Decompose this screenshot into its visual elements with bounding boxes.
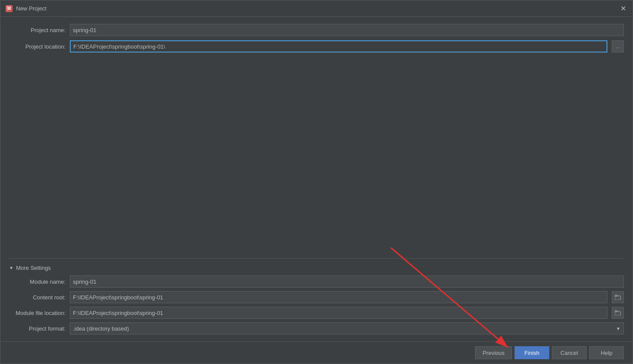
module-file-location-browse-button[interactable] [612,307,624,319]
project-name-label: Project name: [9,27,66,33]
app-icon: M [6,5,13,12]
content-root-input[interactable] [70,291,607,303]
more-settings-header[interactable]: ▼ More Settings [9,263,624,275]
main-content: Project name: Project location: ... ▼ Mo… [0,17,633,341]
module-file-location-input[interactable] [70,307,607,319]
more-settings-content: Module name: Content root: [9,275,624,334]
project-name-row: Project name: [9,24,624,36]
project-format-label: Project format: [9,325,66,332]
cancel-button[interactable]: Cancel [552,346,587,359]
dialog-title: New Project [16,5,46,12]
title-bar-left: M New Project [6,5,46,12]
title-bar: M New Project ✕ [0,0,633,17]
module-name-input[interactable] [70,275,624,288]
project-format-select[interactable]: .idea (directory based) .ipr (file based… [70,322,624,334]
spacer [9,57,624,254]
module-name-label: Module name: [9,279,66,285]
content-root-browse-button[interactable] [612,291,624,303]
footer: Previous Finish Cancel Help [0,341,633,364]
chevron-down-icon: ▼ [9,266,13,270]
content-root-row: Content root: [9,291,624,303]
finish-button[interactable]: Finish [515,346,549,359]
project-format-select-wrapper: .idea (directory based) .ipr (file based… [70,322,624,334]
close-button[interactable]: ✕ [619,4,627,13]
project-location-row: Project location: ... [9,40,624,52]
help-button[interactable]: Help [589,346,624,359]
module-name-row: Module name: [9,275,624,288]
previous-button[interactable]: Previous [475,346,512,359]
content-root-label: Content root: [9,294,66,301]
project-location-label: Project location: [9,43,66,50]
project-format-row: Project format: .idea (directory based) … [9,322,624,334]
more-settings-label: More Settings [16,265,51,271]
module-file-location-label: Module file location: [9,310,66,316]
project-name-input[interactable] [70,24,624,36]
project-location-input[interactable] [70,40,607,52]
more-settings-section: ▼ More Settings Module name: Content roo… [9,258,624,334]
browse-button[interactable]: ... [612,40,624,52]
new-project-dialog: M New Project ✕ Project name: Project lo… [0,0,633,364]
module-file-location-row: Module file location: [9,307,624,319]
